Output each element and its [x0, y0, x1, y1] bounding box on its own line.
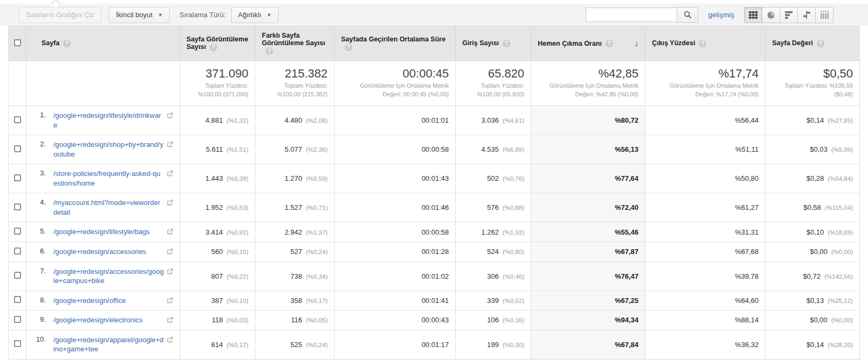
page-link[interactable]: /store-policies/frequently-asked-questio… [53, 169, 164, 188]
unique-pageviews-value: 527 [290, 248, 302, 256]
page-link[interactable]: /google+redesign/apparel/google+dino+gam… [53, 335, 164, 354]
entrances-value: 576 [487, 203, 499, 211]
page-value-pct: (%0,00) [831, 249, 853, 255]
exit-pct-value: %56,44 [735, 116, 759, 124]
open-in-new-button[interactable] [167, 336, 173, 344]
external-link-icon [167, 200, 173, 206]
open-in-new-button[interactable] [167, 297, 173, 305]
help-icon[interactable]: ? [817, 40, 824, 47]
row-checkbox[interactable] [14, 272, 21, 279]
page-link[interactable]: /google+redesign/office [53, 296, 164, 306]
page-value-value: $0,00 [810, 248, 828, 256]
help-icon[interactable]: ? [266, 47, 273, 55]
help-icon[interactable]: ? [503, 40, 510, 47]
page-value-value: $0,03 [810, 145, 828, 153]
summary-entrances: 65.820 [462, 67, 524, 80]
row-checkbox[interactable] [14, 248, 21, 255]
advanced-link[interactable]: gelişmiş [708, 11, 734, 19]
pageviews-pct: (%0,10) [227, 298, 248, 304]
column-header-pageviews[interactable]: Sayfa Görüntüleme Sayısı? [180, 26, 255, 61]
search-input[interactable] [586, 8, 677, 22]
page-link[interactable]: /google+redesign/electronics [53, 315, 164, 325]
open-in-new-button[interactable] [167, 170, 173, 178]
avg-time-value: 00:01:41 [421, 297, 449, 305]
page-link[interactable]: /google+redesign/accessories [53, 247, 164, 257]
page-link[interactable]: /google+redesign/shop+by+brand/youtube [53, 140, 164, 159]
page-value-value: $0,72 [803, 272, 821, 280]
bounce-rate-value: %67,84 [615, 341, 638, 349]
row-checkbox[interactable] [14, 296, 21, 303]
table-row: 5./google+redesign/lifestyle/bags3.414(%… [9, 222, 860, 242]
pageviews-pct: (%0,53) [227, 204, 248, 211]
open-in-new-button[interactable] [167, 199, 173, 207]
open-in-new-button[interactable] [167, 268, 173, 276]
row-checkbox[interactable] [14, 203, 21, 210]
bounce-rate-value: %56,13 [615, 145, 638, 153]
avg-time-value: 00:01:02 [421, 272, 449, 280]
help-icon[interactable]: ? [210, 44, 217, 51]
open-in-new-button[interactable] [167, 248, 173, 256]
open-in-new-button[interactable] [167, 112, 173, 120]
column-header-bounce-rate[interactable]: Hemen Çıkma Oranı? ↓ [531, 26, 645, 61]
pageviews-pct: (%0,15) [227, 249, 248, 255]
unique-pageviews-pct: (%2,36) [306, 146, 328, 153]
plot-rows-button[interactable]: Satırların Grafiğini Çiz [19, 7, 101, 23]
avg-time-value: 00:01:01 [421, 116, 449, 124]
comparison-view-button[interactable] [797, 7, 816, 23]
column-header-exit-pct[interactable]: Çıkış Yüzdesi? [645, 26, 766, 61]
help-icon[interactable]: ? [606, 40, 613, 47]
page-link[interactable]: /google+redesign/accessories/google+camp… [53, 267, 164, 286]
row-index: 4. [33, 198, 46, 206]
entrances-value: 199 [487, 341, 499, 349]
help-icon[interactable]: ? [345, 44, 352, 51]
open-in-new-button[interactable] [167, 228, 173, 236]
avg-time-value: 00:00:58 [421, 228, 449, 236]
open-in-new-button[interactable] [167, 316, 173, 324]
open-in-new-button[interactable] [167, 141, 173, 149]
pivot-view-button[interactable] [815, 7, 834, 23]
column-header-page-value[interactable]: Sayfa Değeri? [766, 26, 860, 61]
entrances-pct: (%6,89) [503, 146, 524, 153]
row-checkbox[interactable] [14, 145, 21, 152]
row-checkbox[interactable] [14, 316, 21, 323]
row-checkbox[interactable] [14, 228, 21, 235]
pageviews-value: 3.414 [205, 228, 223, 236]
page-value-pct: (%0,00) [831, 317, 853, 323]
page-value-pct: (%54,84) [828, 175, 853, 182]
table-view-button[interactable] [744, 7, 762, 23]
entrances-value: 4.535 [481, 145, 499, 153]
row-checkbox[interactable] [14, 340, 21, 347]
unique-pageviews-value: 1.527 [284, 203, 302, 211]
page-link[interactable]: /google+redesign/lifestyle/drinkware [53, 111, 164, 130]
comparison-icon [802, 11, 811, 19]
help-icon[interactable]: ? [699, 40, 706, 47]
unique-pageviews-value: 2.942 [284, 228, 302, 236]
pageviews-value: 614 [211, 341, 223, 349]
table-row: 2./google+redesign/shop+by+brand/youtube… [9, 135, 860, 164]
exit-pct-value: %88,14 [735, 316, 759, 324]
external-link-icon [167, 269, 173, 274]
sort-type-dropdown[interactable]: Ağırlıklı ▼ [231, 7, 279, 23]
external-link-icon [167, 298, 173, 303]
row-checkbox[interactable] [14, 116, 21, 123]
bounce-rate-value: %72,40 [615, 203, 638, 211]
row-checkbox[interactable] [14, 174, 21, 181]
column-header-entrances[interactable]: Giriş Sayısı? [456, 26, 531, 61]
percentage-view-button[interactable] [762, 7, 780, 23]
column-header-page[interactable]: Sayfa? [26, 26, 180, 61]
column-header-avg-time[interactable]: Sayfada Geçirilen Ortalama Süre? [335, 26, 456, 61]
select-all-checkbox[interactable] [14, 39, 21, 46]
page-link[interactable]: /google+redesign/lifestyle/bags [53, 227, 164, 237]
unique-pageviews-pct: (%0,71) [306, 204, 328, 211]
help-icon[interactable]: ? [63, 40, 71, 47]
table-row: 8./google+redesign/office387(%0,10)358(%… [9, 291, 860, 310]
performance-view-button[interactable] [780, 7, 798, 23]
page-link[interactable]: /myaccount.html?mode=vieworderdetail [53, 198, 164, 217]
unique-pageviews-value: 4.480 [284, 116, 302, 124]
page-value-value: $0,10 [807, 228, 824, 236]
entrances-value: 306 [487, 272, 499, 280]
search-button[interactable] [677, 7, 698, 23]
table-row: 6./google+redesign/accessories560(%0,15)… [9, 242, 860, 262]
secondary-dimension-dropdown[interactable]: İkincil boyut ▼ [109, 7, 170, 23]
column-header-unique-pageviews[interactable]: Farklı Sayfa Görüntüleme Sayısı? [255, 26, 335, 61]
